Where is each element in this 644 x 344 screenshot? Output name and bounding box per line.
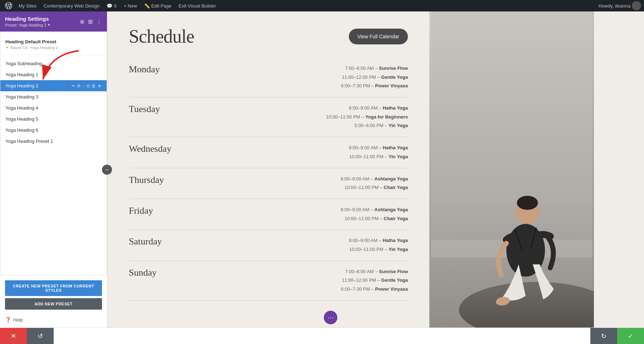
day-name: Sunday (129, 267, 200, 278)
based-on-label: Based On: Yoga Heading 2 (10, 45, 58, 50)
panel-search-icon[interactable]: ⊕ (80, 18, 84, 25)
yoga-image (429, 11, 594, 328)
day-name: Wednesday (129, 144, 200, 154)
schedule-table: Monday7:00–8:00 AM – Sunrise Flow11:00–1… (129, 58, 408, 301)
preset-item-yoga-heading-4[interactable]: Yoga Heading 4 (0, 102, 107, 113)
schedule-row: Monday7:00–8:00 AM – Sunrise Flow11:00–1… (129, 58, 408, 97)
preset-item-yoga-subheading[interactable]: Yoga Subheading (0, 58, 107, 69)
admin-bar-site[interactable]: Contemporary Web Design (41, 0, 103, 11)
schedule-section: Schedule View Full Calendar Monday7:00–8… (107, 11, 429, 328)
panel-preset-label[interactable]: Preset: Yoga Heading 2 ▾ (5, 23, 50, 27)
day-name: Tuesday (129, 104, 200, 115)
class-entry: 10:00–11:00 PM – Chair Yoga (208, 183, 408, 192)
preset-item-actions: ✏⚙↑⧉🗑★ (72, 83, 102, 88)
close-button[interactable]: ✕ (0, 328, 27, 344)
move-up-icon[interactable]: ↑ (83, 83, 85, 88)
new-label: + New (124, 3, 137, 9)
svg-point-6 (517, 196, 538, 210)
create-preset-button[interactable]: CREATE NEW PRESET FROM CURRENT STYLES (5, 280, 102, 296)
panel-title: Heading Settings (5, 16, 50, 22)
class-entry: 5:00–6:00 PM – Yin Yoga (208, 121, 408, 130)
class-entry: 8:00–9:00 AM – Ashtanga Yoga (208, 175, 408, 184)
help-link[interactable]: ❓ Help (0, 315, 107, 328)
admin-bar-exit-builder[interactable]: Exit Visual Builder (176, 0, 219, 11)
schedule-row: Thursday8:00–9:00 AM – Ashtanga Yoga10:0… (129, 168, 408, 199)
delete-icon[interactable]: 🗑 (92, 83, 96, 88)
day-name: Friday (129, 205, 200, 216)
settings-icon[interactable]: ⚙ (77, 83, 81, 88)
preset-item-yoga-heading-5[interactable]: Yoga Heading 5 (0, 113, 107, 125)
view-calendar-button[interactable]: View Full Calendar (349, 29, 408, 44)
help-icon: ❓ (5, 317, 11, 323)
admin-bar: My Sites Contemporary Web Design 💬 0 + N… (0, 0, 644, 11)
admin-bar-edit-page[interactable]: ✏️ Edit Page (141, 0, 174, 11)
class-entry: 10:00–11:00 PM – Yoga for Beginners (208, 113, 408, 122)
schedule-row: Saturday8:00–9:00 AM – Hatha Yoga10:00–1… (129, 230, 408, 261)
schedule-row: Sunday7:00–8:00 AM – Sunrise Flow11:00–1… (129, 261, 408, 301)
class-entry: 8:00–9:00 AM – Hatha Yoga (208, 104, 408, 113)
help-label: Help (13, 317, 23, 323)
class-entry: 6:00–7:30 PM – Power Vinyasa (208, 82, 408, 91)
add-preset-button[interactable]: ADD NEW PRESET (5, 298, 102, 310)
panel-header-icons: ⊕ ⊞ ⋮ (80, 18, 102, 25)
preset-item-yoga-heading-2[interactable]: Yoga Heading 2✏⚙↑⧉🗑★ (0, 80, 107, 91)
day-name: Thursday (129, 175, 200, 185)
class-entry: 8:00–9:00 AM – Hatha Yoga (208, 144, 408, 152)
preset-divider (0, 55, 107, 55)
admin-bar-right: Howdy, deanna (599, 1, 641, 10)
day-name: Saturday (129, 236, 200, 247)
mysites-label: My Sites (19, 3, 36, 9)
day-classes: 8:00–9:00 AM – Ashtanga Yoga10:00–11:00 … (208, 205, 408, 223)
admin-bar-new[interactable]: + New (121, 0, 140, 11)
duplicate-icon[interactable]: ⧉ (87, 83, 90, 88)
day-classes: 8:00–9:00 AM – Hatha Yoga10:00–11:00 PM … (208, 236, 408, 254)
redo-button[interactable]: ↻ (590, 328, 617, 344)
schedule-title: Schedule (129, 26, 194, 47)
preset-item-yoga-heading-6[interactable]: Yoga Heading 6 (0, 125, 107, 136)
star-icon[interactable]: ★ (98, 83, 102, 88)
panel-header: Heading Settings Preset: Yoga Heading 2 … (0, 11, 107, 32)
save-button[interactable]: ✓ (617, 328, 644, 344)
undo-icon: ↺ (38, 332, 43, 340)
preset-item-yoga-heading-1[interactable]: Yoga Heading 1 (0, 69, 107, 80)
avatar (632, 1, 641, 10)
preset-item-label: Yoga Heading 3 (5, 94, 38, 100)
wp-logo[interactable] (3, 0, 14, 11)
floating-dots-button[interactable]: ⋯ (324, 311, 337, 324)
day-classes: 8:00–9:00 AM – Hatha Yoga10:00–11:00 PM … (208, 144, 408, 161)
close-icon: ✕ (11, 332, 16, 340)
star-icon: ★ (5, 45, 9, 50)
edit-icon[interactable]: ✏ (72, 83, 75, 88)
preset-based-on: ★ Based On: Yoga Heading 2 (5, 45, 102, 50)
panel-layout-icon[interactable]: ⊞ (88, 18, 93, 25)
day-classes: 7:00–8:00 AM – Sunrise Flow11:00–12:00 P… (208, 64, 408, 91)
day-classes: 7:00–8:00 AM – Sunrise Flow11:00–12:00 P… (208, 267, 408, 294)
user-label: Howdy, deanna (599, 3, 630, 9)
class-entry: 8:00–9:00 AM – Hatha Yoga (208, 236, 408, 245)
exit-builder-label: Exit Visual Builder (179, 3, 216, 9)
preset-item-label: Yoga Heading 1 (5, 72, 38, 77)
site-label: Contemporary Web Design (44, 3, 100, 9)
class-entry: 10:00–11:00 PM – Chair Yoga (208, 214, 408, 223)
left-panel: Heading Settings Preset: Yoga Heading 2 … (0, 11, 107, 328)
preset-item-yoga-heading-preset-1[interactable]: Yoga Heading Preset 1 (0, 136, 107, 147)
preset-item-label: Yoga Heading Preset 1 (5, 139, 53, 144)
class-entry: 11:00–12:00 PM – Gentle Yoga (208, 276, 408, 285)
preset-item-yoga-heading-3[interactable]: Yoga Heading 3 (0, 91, 107, 102)
class-entry: 10:00–11:00 PM – Yin Yoga (208, 245, 408, 254)
preset-list: Yoga SubheadingYoga Heading 1Yoga Headin… (0, 58, 107, 147)
panel-more-icon[interactable]: ⋮ (96, 18, 102, 25)
day-classes: 8:00–9:00 AM – Hatha Yoga10:00–11:00 PM … (208, 104, 408, 130)
default-preset-name: Heading Default Preset (5, 39, 102, 44)
schedule-header: Schedule View Full Calendar (129, 26, 408, 47)
panel-toggle-handle[interactable]: ↔ (102, 165, 112, 175)
undo-button[interactable]: ↺ (27, 328, 54, 344)
class-entry: 7:00–8:00 AM – Sunrise Flow (208, 267, 408, 276)
admin-bar-mysites[interactable]: My Sites (16, 0, 39, 11)
schedule-row: Wednesday8:00–9:00 AM – Hatha Yoga10:00–… (129, 137, 408, 168)
edit-page-label: Edit Page (151, 3, 171, 9)
preset-item-label: Yoga Heading 4 (5, 105, 38, 111)
default-preset-section: Heading Default Preset ★ Based On: Yoga … (0, 35, 107, 52)
admin-bar-comments[interactable]: 💬 0 (104, 0, 119, 11)
preset-dropdown: Heading Default Preset ★ Based On: Yoga … (0, 32, 107, 275)
